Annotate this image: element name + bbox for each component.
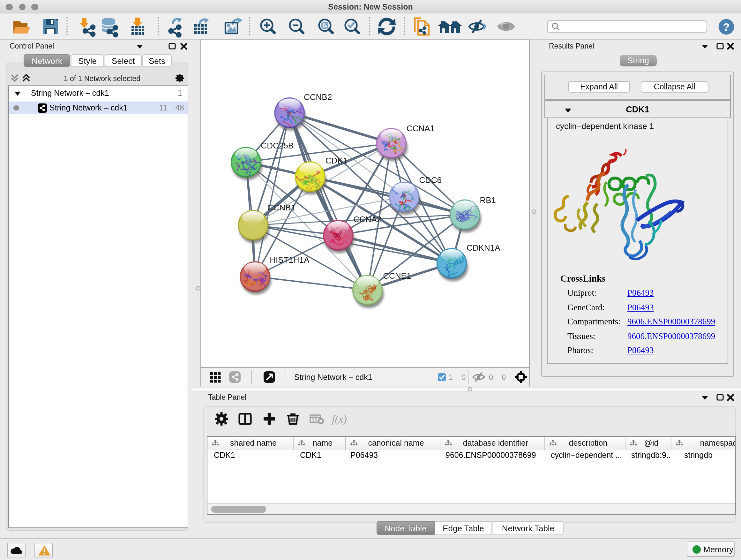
svg-text:?: ? (723, 20, 730, 33)
svg-text:CDC6: CDC6 (419, 175, 442, 185)
svg-text:CCNB2: CCNB2 (304, 92, 332, 102)
svg-text:CDC25B: CDC25B (261, 141, 293, 150)
svg-text:CCNB1: CCNB1 (267, 203, 295, 212)
svg-text:RB1: RB1 (480, 195, 496, 205)
svg-text:f(x): f(x) (332, 413, 347, 425)
svg-text:CCNA2: CCNA2 (353, 214, 381, 224)
svg-text:0 – 0: 0 – 0 (489, 373, 506, 381)
svg-text:String Network – cdk1: String Network – cdk1 (294, 373, 373, 381)
svg-text:1 – 0: 1 – 0 (449, 373, 466, 381)
svg-text:CCNE1: CCNE1 (383, 271, 411, 281)
svg-text:HIST1H1A: HIST1H1A (270, 255, 310, 265)
svg-text:CDKN1A: CDKN1A (467, 243, 500, 253)
svg-text:CDK1: CDK1 (325, 156, 347, 165)
svg-text:CCNA1: CCNA1 (407, 124, 434, 133)
